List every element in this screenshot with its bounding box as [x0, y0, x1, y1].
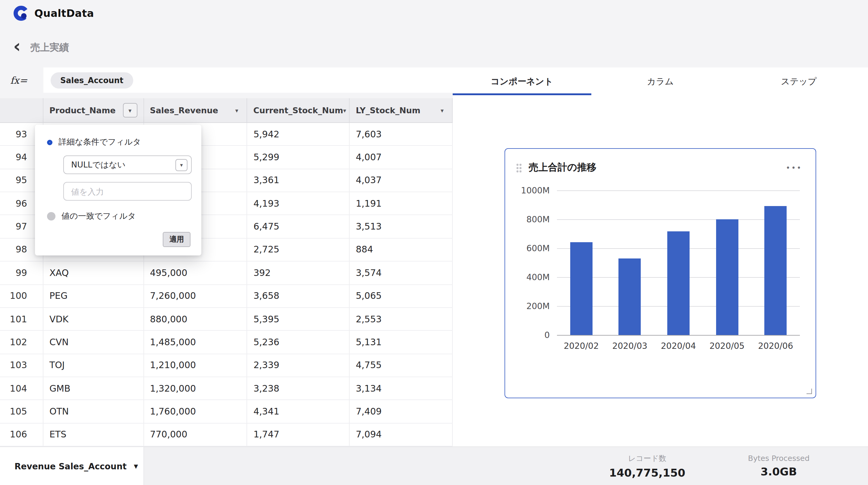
apply-button[interactable]: 適用	[163, 232, 190, 247]
row-number: 99	[0, 261, 43, 284]
filter-option-detail[interactable]: 詳細な条件でフィルタ	[47, 137, 189, 148]
y-axis: 1000M800M600M400M200M0	[505, 190, 557, 335]
table-cell: 2,339	[247, 354, 350, 377]
table-cell: 392	[247, 261, 350, 284]
table-cell: 4,007	[350, 146, 453, 169]
column-header-product_name[interactable]: Product_Name▾	[43, 98, 144, 122]
chevron-down-icon[interactable]: ▾	[441, 107, 444, 114]
bar	[764, 206, 786, 335]
table-cell: 5,131	[350, 331, 453, 353]
table-cell: 770,000	[144, 423, 247, 446]
table-cell: 4,193	[247, 192, 350, 215]
axis-spacer	[505, 341, 557, 351]
x-tick-label: 2020/05	[703, 341, 751, 351]
bar	[716, 219, 738, 335]
column-filter-button[interactable]: ▾	[123, 103, 137, 118]
column-label: LY_Stock_Num	[356, 105, 421, 115]
status-bar: Revenue Sales_Account ▼ レコード数 140,775,15…	[0, 447, 868, 485]
table-cell: ETS	[43, 423, 144, 446]
x-axis-line	[557, 335, 800, 335]
more-menu-icon[interactable]: •••	[786, 164, 802, 172]
table-row: 103TOJ1,210,0002,3394,755	[0, 354, 453, 377]
bytes-processed: Bytes Processed 3.0GB	[748, 453, 809, 479]
tab-component[interactable]: コンポーネント	[453, 67, 591, 95]
plot-area	[557, 190, 800, 335]
table-cell: 495,000	[144, 261, 247, 284]
table-cell: GMB	[43, 377, 144, 400]
row-number: 104	[0, 377, 43, 400]
x-tick-label: 2020/03	[606, 341, 654, 351]
resize-handle-icon[interactable]	[807, 389, 812, 394]
bar-chart: 1000M800M600M400M200M0 2020/022020/03202…	[505, 190, 815, 351]
table-cell: 7,094	[350, 423, 453, 446]
radio-unselected-icon[interactable]	[47, 212, 56, 221]
table-cell: VDK	[43, 308, 144, 330]
row-number: 106	[0, 423, 43, 446]
top-bar: QualtData	[0, 0, 868, 27]
table-cell: 5,395	[247, 308, 350, 330]
table-cell: 4,755	[350, 354, 453, 377]
row-number: 103	[0, 354, 43, 377]
bar	[570, 243, 592, 335]
filter-option-match[interactable]: 値の一致でフィルタ	[47, 211, 189, 222]
bar	[619, 258, 641, 335]
filter-match-label: 値の一致でフィルタ	[61, 211, 136, 222]
table-cell: 884	[350, 238, 453, 261]
column-header-ly_stock_num[interactable]: LY_Stock_Num▾	[350, 98, 453, 122]
y-tick-label: 400M	[526, 272, 550, 282]
condition-value: NULLではない	[71, 159, 126, 170]
formula-token[interactable]: Sales_Account	[51, 72, 133, 88]
chevron-down-icon[interactable]: ▾	[236, 107, 239, 114]
column-header-current_stock_num[interactable]: Current_Stock_Num▾	[247, 98, 350, 122]
column-header-sales_revenue[interactable]: Sales_Revenue▾	[144, 98, 247, 122]
tab-column[interactable]: カラム	[591, 67, 730, 95]
table-row: 106ETS770,0001,7477,094	[0, 423, 453, 447]
table-row: 101VDK880,0005,3952,553	[0, 308, 453, 331]
qualtdata-logo[interactable]: QualtData	[13, 5, 94, 21]
formula-bar[interactable]: Sales_Account	[43, 67, 453, 93]
page-title: 売上実績	[30, 41, 69, 54]
record-count-value: 140,775,150	[609, 466, 685, 479]
table-cell: 7,409	[350, 400, 453, 423]
drag-handle-icon[interactable]	[516, 163, 522, 172]
table-row: 104GMB1,320,0003,2383,134	[0, 377, 453, 400]
x-axis: 2020/022020/032020/042020/052020/06	[557, 341, 800, 351]
radio-selected-icon[interactable]	[47, 139, 53, 145]
table-cell: 6,475	[247, 216, 350, 238]
table-cell: 1,210,000	[144, 354, 247, 377]
x-tick-label: 2020/06	[751, 341, 800, 351]
fx-label: fx=	[0, 67, 43, 93]
condition-select[interactable]: NULLではない ▾	[63, 156, 192, 174]
table-cell: 3,574	[350, 261, 453, 284]
table-header: Product_Name▾Sales_Revenue▾Current_Stock…	[0, 98, 453, 123]
chart-card[interactable]: 売上合計の推移 ••• 1000M800M600M400M200M0 2020/…	[504, 148, 816, 398]
filter-value-input[interactable]	[63, 182, 192, 201]
table-cell: 3,361	[247, 169, 350, 192]
back-icon[interactable]: ‹	[13, 40, 21, 53]
logo-icon	[13, 5, 29, 21]
table-cell: 880,000	[144, 308, 247, 330]
table-cell: 2,553	[350, 308, 453, 330]
dataset-name: Revenue Sales_Account	[14, 461, 127, 471]
dataset-selector[interactable]: Revenue Sales_Account ▼	[0, 447, 144, 485]
caret-down-icon: ▼	[134, 463, 138, 469]
app-title: QualtData	[34, 7, 94, 19]
table-cell: 3,134	[350, 377, 453, 400]
column-label: Product_Name	[50, 105, 116, 115]
chevron-down-icon[interactable]: ▾	[343, 107, 346, 114]
y-tick-label: 0	[544, 330, 550, 340]
table-row: 102CVN1,485,0005,2365,131	[0, 331, 453, 354]
table-row: 105OTN1,760,0004,3417,409	[0, 400, 453, 424]
table-cell: 3,238	[247, 377, 350, 400]
table-cell: XAQ	[43, 261, 144, 284]
corner-cell	[0, 98, 43, 122]
table-row: 100PEG7,260,0003,6585,065	[0, 285, 453, 308]
chart-title: 売上合計の推移	[529, 161, 596, 174]
tab-step[interactable]: ステップ	[730, 67, 868, 95]
table-cell: TOJ	[43, 354, 144, 377]
table-cell: 3,513	[350, 216, 453, 238]
table-cell: 5,236	[247, 331, 350, 353]
table-cell: 1,191	[350, 192, 453, 215]
side-panel: コンポーネントカラムステップ 売上合計の推移 •••	[453, 67, 868, 447]
y-tick-label: 200M	[526, 301, 550, 311]
